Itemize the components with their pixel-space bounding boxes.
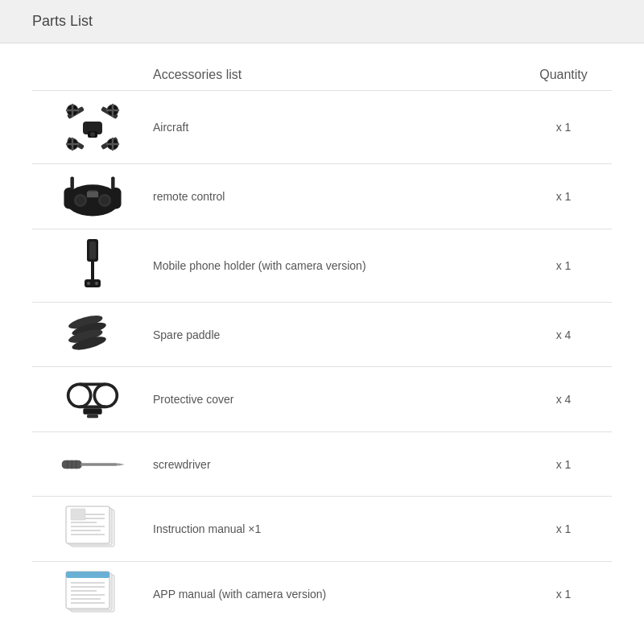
app-manual-qty: x 1: [515, 588, 612, 601]
app-manual-icon: [32, 570, 153, 618]
phone-holder-label: Mobile phone holder (with camera version…: [153, 259, 515, 272]
svg-rect-65: [66, 572, 109, 578]
svg-point-18: [90, 132, 95, 137]
svg-point-25: [101, 196, 109, 205]
table-row: Aircraft x 1: [32, 90, 612, 163]
protective-cover-qty: x 4: [515, 393, 612, 406]
col-quantity-header: Quantity: [515, 68, 612, 82]
spare-paddle-qty: x 4: [515, 328, 612, 341]
spare-paddle-icon: [32, 312, 153, 357]
svg-rect-20: [64, 188, 74, 209]
svg-point-41: [94, 384, 117, 407]
col-accessories-header: Accessories list: [153, 68, 515, 82]
screwdriver-icon: [32, 452, 153, 477]
remote-control-label: remote control: [153, 190, 515, 203]
app-manual-label: APP manual (with camera version): [153, 588, 515, 601]
table-row: remote control x 1: [32, 163, 612, 229]
svg-point-23: [76, 196, 85, 205]
svg-point-34: [87, 282, 90, 285]
spare-paddle-label: Spare paddle: [153, 328, 515, 341]
svg-marker-48: [118, 463, 125, 466]
svg-rect-21: [110, 188, 121, 209]
svg-point-40: [68, 384, 91, 407]
svg-rect-31: [89, 242, 96, 259]
table-row: Spare paddle x 4: [32, 302, 612, 366]
table-row: screwdriver x 1: [32, 431, 612, 496]
svg-rect-45: [87, 415, 98, 419]
phone-holder-icon: [32, 237, 153, 294]
aircraft-label: Aircraft: [153, 121, 515, 134]
table-row: Protective cover x 4: [32, 366, 612, 431]
svg-rect-44: [83, 408, 101, 414]
phone-holder-qty: x 1: [515, 259, 612, 272]
svg-point-35: [95, 282, 98, 285]
svg-rect-61: [71, 509, 85, 520]
remote-icon: [32, 172, 153, 221]
remote-control-qty: x 1: [515, 190, 612, 203]
page-header: Parts List: [0, 0, 644, 43]
table-row: APP manual (with camera version) x 1: [32, 561, 612, 626]
table-row: Mobile phone holder (with camera version…: [32, 229, 612, 302]
svg-rect-28: [111, 177, 114, 190]
protective-cover-label: Protective cover: [153, 393, 515, 406]
svg-rect-27: [70, 177, 73, 190]
parts-table: Accessories list Quantity: [0, 43, 644, 642]
svg-rect-47: [80, 463, 118, 466]
page-title: Parts List: [32, 13, 612, 30]
protective-cover-icon: [32, 375, 153, 423]
aircraft-icon: [32, 99, 153, 155]
table-header: Accessories list Quantity: [153, 60, 612, 90]
screwdriver-qty: x 1: [515, 458, 612, 471]
instruction-manual-qty: x 1: [515, 522, 612, 535]
instruction-manual-label: Instruction manual ×1: [153, 522, 515, 535]
aircraft-qty: x 1: [515, 121, 612, 134]
instruction-manual-icon: [32, 505, 153, 553]
svg-rect-29: [87, 192, 98, 197]
screwdriver-label: screwdriver: [153, 458, 515, 471]
table-row: Instruction manual ×1 x 1: [32, 496, 612, 561]
svg-rect-32: [91, 262, 94, 282]
